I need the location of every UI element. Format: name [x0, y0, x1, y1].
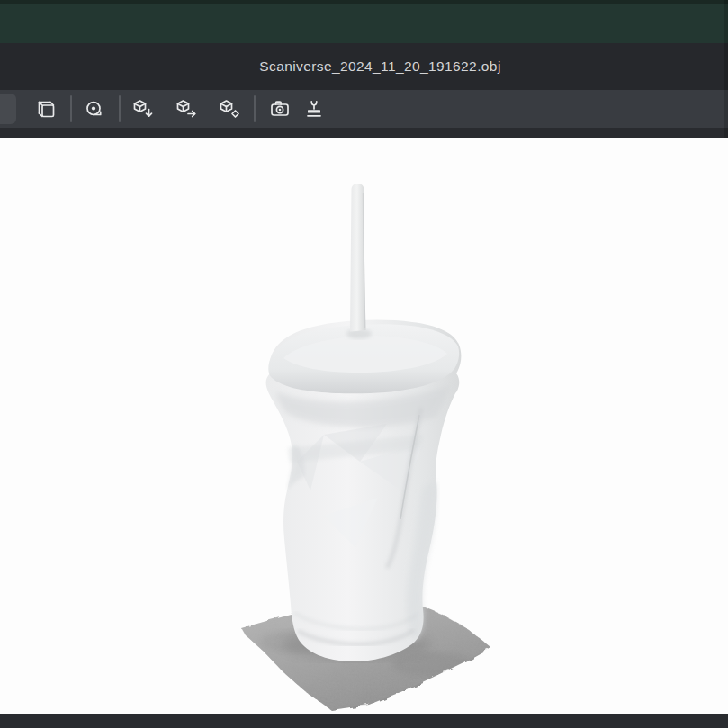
top-banner: [0, 0, 728, 43]
cube-arrow-down-icon: [131, 98, 155, 120]
measure-button[interactable]: [79, 94, 110, 124]
viewport-3d[interactable]: [0, 138, 728, 714]
transform-button[interactable]: [214, 94, 245, 124]
toolbar-separator: [70, 95, 72, 122]
scanned-cup-model: [0, 138, 728, 714]
camera-icon: [269, 98, 291, 120]
orbit-icon: [0, 98, 12, 120]
toolbar-bottom-strip: [0, 128, 728, 138]
toolbar-separator: [254, 95, 256, 122]
model-viewer-window: Scaniverse_2024_11_20_191622.obj: [0, 0, 728, 728]
title-bar: Scaniverse_2024_11_20_191622.obj: [0, 43, 728, 90]
bottom-bar: [0, 714, 728, 728]
top-banner-edge: [0, 0, 728, 4]
move-down-button[interactable]: [128, 94, 158, 124]
file-title: Scaniverse_2024_11_20_191622.obj: [227, 58, 500, 75]
cube-arrow-right-icon: [175, 98, 198, 120]
screenshot-button[interactable]: [265, 94, 295, 124]
cube-diamond-icon: [218, 98, 241, 120]
cube-view-button[interactable]: [31, 94, 61, 124]
toolbar-separator: [119, 95, 121, 122]
window-right-edge: [724, 0, 728, 138]
measure-icon: [84, 98, 105, 120]
cup-model: [266, 184, 462, 661]
cube-icon: [35, 98, 57, 120]
toolbar: [0, 90, 728, 128]
align-ground-button[interactable]: [299, 94, 329, 124]
orbit-button[interactable]: [0, 94, 16, 124]
move-right-button[interactable]: [171, 94, 202, 124]
align-ground-icon: [303, 98, 325, 120]
